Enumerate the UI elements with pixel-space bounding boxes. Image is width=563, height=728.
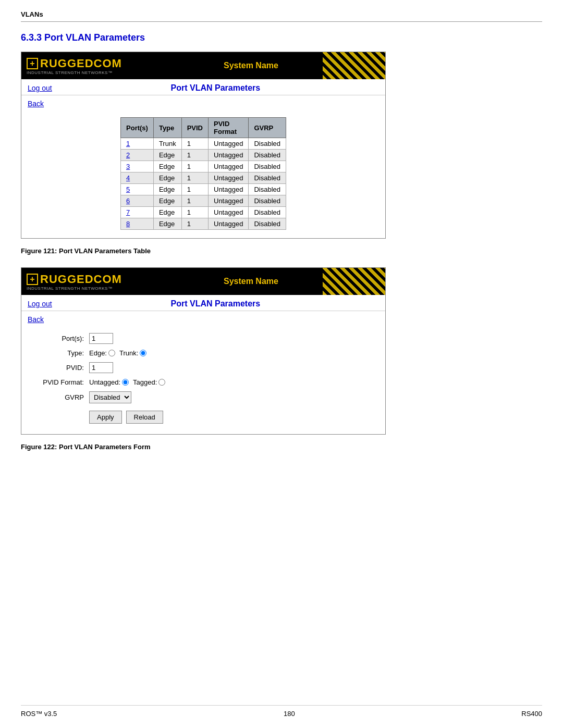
panel1-table-container: Port(s) Type PVID PVIDFormat GVRP 1Trunk… [21,112,385,238]
panel2-header: RUGGEDCOM INDUSTRIAL STRENGTH NETWORKS™ … [21,268,385,295]
panel2-back-link[interactable]: Back [28,315,44,324]
port-link[interactable]: 8 [126,220,130,228]
form-row-type: Type: Edge: Trunk: [32,349,375,357]
panel1-header: RUGGEDCOM INDUSTRIAL STRENGTH NETWORKS™ … [21,52,385,79]
panel2-logo-name: RUGGEDCOM [40,273,122,286]
port-link[interactable]: 6 [126,197,130,205]
figure1-caption: Figure 121: Port VLAN Parameters Table [21,247,542,255]
pvid-tagged-radio[interactable] [158,379,165,386]
ports-input[interactable] [89,333,113,344]
ports-label: Port(s): [32,335,89,342]
panel2-nav: Log out Port VLAN Parameters [21,295,385,311]
col-ports: Port(s) [121,118,154,138]
col-pvid-format: PVIDFormat [209,118,249,138]
table-row: 1Trunk1UntaggedDisabled [121,138,286,150]
panel1-page-title: Port VLAN Parameters [52,83,379,93]
port-link[interactable]: 7 [126,208,130,216]
col-pvid: PVID [181,118,208,138]
port-link[interactable]: 5 [126,186,130,193]
pvid-untagged-radio[interactable] [122,379,129,386]
logo-area: RUGGEDCOM INDUSTRIAL STRENGTH NETWORKS™ [27,57,122,75]
table-row: 2Edge1UntaggedDisabled [121,150,286,161]
footer-center: 180 [284,710,295,718]
logo-icon [27,58,38,69]
section-heading: 6.3.3 Port VLAN Parameters [21,32,542,43]
panel2-logo-tagline: INDUSTRIAL STRENGTH NETWORKS™ [27,286,122,291]
type-trunk-label[interactable]: Trunk: [119,349,146,357]
type-field: Edge: Trunk: [89,349,146,357]
page-footer: ROS™ v3.5 180 RS400 [21,705,542,718]
pvid-untagged-label[interactable]: Untagged: [89,378,129,386]
reload-button[interactable]: Reload [126,411,163,424]
panel1-logout-link[interactable]: Log out [28,84,52,92]
footer-right: RS400 [521,710,542,718]
pvid-tagged-label[interactable]: Tagged: [133,378,165,386]
footer-left: ROS™ v3.5 [21,710,57,718]
gvrp-field: Disabled Enabled [89,391,131,403]
panel1: RUGGEDCOM INDUSTRIAL STRENGTH NETWORKS™ … [21,52,386,239]
type-edge-radio[interactable] [108,350,115,356]
type-label: Type: [32,349,89,357]
port-link[interactable]: 2 [126,151,130,159]
table-row: 8Edge1UntaggedDisabled [121,218,286,230]
form-row-gvrp: GVRP Disabled Enabled [32,391,375,403]
type-trunk-radio[interactable] [140,350,146,356]
gvrp-label: GVRP [32,393,89,401]
panel2-logout-link[interactable]: Log out [28,300,52,308]
panel1-back-section: Back [21,95,385,112]
panel2-form: Port(s): Type: Edge: Trunk: PVID: [21,328,385,434]
form-row-pvid-format: PVID Format: Untagged: Tagged: [32,378,375,386]
logo-name: RUGGEDCOM [40,57,122,70]
figure2-caption: Figure 122: Port VLAN Parameters Form [21,443,542,451]
panel1-nav: Log out Port VLAN Parameters [21,79,385,95]
gvrp-select[interactable]: Disabled Enabled [89,391,131,403]
panel2-page-title: Port VLAN Parameters [52,299,379,309]
pvid-field [89,362,113,373]
vlan-parameters-table: Port(s) Type PVID PVIDFormat GVRP 1Trunk… [120,117,286,230]
port-link[interactable]: 1 [126,140,130,147]
panel1-system-name: System Name [122,61,380,70]
pvid-format-label: PVID Format: [32,378,89,386]
pvid-format-field: Untagged: Tagged: [89,378,165,386]
ports-field [89,333,113,344]
port-link[interactable]: 4 [126,174,130,182]
col-type: Type [153,118,181,138]
table-row: 7Edge1UntaggedDisabled [121,207,286,218]
type-edge-label[interactable]: Edge: [89,349,115,357]
panel2-system-name: System Name [122,277,380,286]
panel2-logo-icon [27,274,38,285]
table-row: 3Edge1UntaggedDisabled [121,161,286,172]
apply-button[interactable]: Apply [89,411,122,424]
panel2-back-section: Back [21,311,385,328]
breadcrumb: VLANs [21,10,542,22]
panel1-back-link[interactable]: Back [28,100,44,108]
pvid-label: PVID: [32,364,89,372]
panel2: RUGGEDCOM INDUSTRIAL STRENGTH NETWORKS™ … [21,267,386,435]
logo-tagline: INDUSTRIAL STRENGTH NETWORKS™ [27,70,122,75]
port-link[interactable]: 3 [126,163,130,170]
table-row: 5Edge1UntaggedDisabled [121,184,286,195]
col-gvrp: GVRP [249,118,286,138]
pvid-input[interactable] [89,362,113,373]
form-buttons: Apply Reload [89,411,375,424]
form-row-pvid: PVID: [32,362,375,373]
table-row: 4Edge1UntaggedDisabled [121,172,286,184]
form-row-ports: Port(s): [32,333,375,344]
panel2-logo-area: RUGGEDCOM INDUSTRIAL STRENGTH NETWORKS™ [27,273,122,291]
table-row: 6Edge1UntaggedDisabled [121,195,286,207]
